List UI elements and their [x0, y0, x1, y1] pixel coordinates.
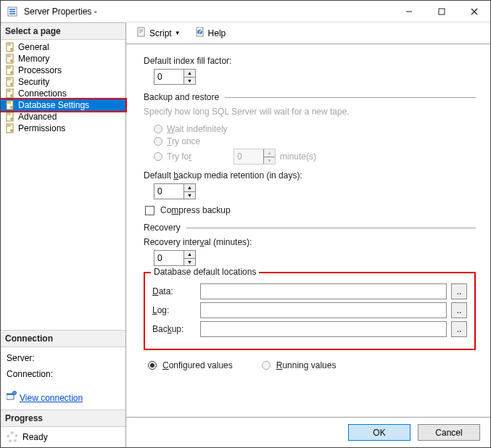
- try-once-label: Try once: [167, 136, 200, 146]
- log-location-input[interactable]: [200, 302, 447, 318]
- dialog-footer: OK Cancel: [126, 417, 490, 447]
- maximize-button[interactable]: [425, 1, 458, 22]
- fill-factor-label: Default index fill factor:: [144, 56, 476, 66]
- progress-status: Ready: [22, 432, 48, 442]
- default-locations-group: Database default locations Data: .. Log:…: [144, 272, 476, 350]
- nav-item-memory[interactable]: Memory: [1, 53, 125, 65]
- fill-factor-input[interactable]: ▲▼: [154, 69, 196, 85]
- try-for-radio: [154, 152, 162, 161]
- running-values-radio[interactable]: [262, 361, 271, 370]
- wait-indefinitely-label: Wait indefinitely: [167, 124, 228, 134]
- compress-backup-checkbox[interactable]: [145, 206, 154, 215]
- svg-rect-15: [7, 67, 11, 69]
- page-icon: [5, 100, 15, 110]
- svg-point-13: [10, 59, 13, 62]
- backup-restore-header: Backup and restore: [144, 92, 219, 102]
- nav-item-processors[interactable]: Processors: [1, 65, 125, 76]
- recovery-interval-input[interactable]: ▲▼: [154, 250, 196, 266]
- data-browse-button[interactable]: ..: [451, 283, 467, 299]
- recovery-header: Recovery: [144, 223, 181, 233]
- svg-rect-1: [9, 9, 15, 10]
- left-panel: Select a page GeneralMemoryProcessorsSec…: [1, 22, 126, 447]
- log-browse-button[interactable]: ..: [451, 302, 467, 318]
- page-icon: [5, 112, 15, 122]
- ok-button[interactable]: OK: [348, 424, 410, 441]
- toolbar: Script ▼ ? Help: [126, 22, 490, 44]
- progress-spinner-icon: [7, 431, 18, 443]
- svg-point-19: [10, 83, 13, 86]
- properties-icon: [7, 390, 17, 407]
- cancel-button[interactable]: Cancel: [418, 424, 480, 441]
- try-for-input: ▲▼: [234, 149, 276, 165]
- connection-label: Connection:: [7, 366, 120, 383]
- page-icon: [5, 77, 15, 87]
- default-locations-header: Database default locations: [151, 267, 259, 277]
- svg-rect-27: [7, 113, 11, 115]
- svg-point-34: [13, 391, 17, 395]
- tape-wait-note: Specify how long SQL Server will wait fo…: [144, 107, 476, 117]
- content-area: Default index fill factor: ▲▼ Backup and…: [126, 44, 490, 417]
- view-connection-link[interactable]: View connection: [7, 390, 83, 407]
- minutes-label: minute(s): [280, 152, 316, 162]
- minimize-button[interactable]: [392, 1, 425, 22]
- connection-header: Connection: [1, 330, 125, 347]
- page-icon: [5, 65, 15, 75]
- nav-item-security[interactable]: Security: [1, 76, 125, 88]
- close-button[interactable]: [458, 1, 490, 22]
- script-button[interactable]: Script ▼: [133, 25, 183, 41]
- svg-rect-35: [138, 28, 144, 36]
- svg-rect-18: [7, 78, 11, 80]
- svg-point-31: [10, 129, 13, 132]
- page-icon: [5, 88, 15, 99]
- backup-location-input[interactable]: [200, 321, 447, 337]
- svg-text:?: ?: [197, 27, 202, 36]
- svg-rect-12: [7, 55, 11, 57]
- nav-item-permissions[interactable]: Permissions: [1, 123, 125, 134]
- svg-point-28: [10, 117, 13, 120]
- script-icon: [136, 27, 147, 39]
- running-values-label: Running values: [276, 360, 337, 370]
- svg-rect-24: [7, 101, 11, 104]
- svg-rect-9: [7, 43, 11, 46]
- data-location-input[interactable]: [200, 283, 447, 299]
- svg-point-16: [10, 71, 13, 74]
- retention-input[interactable]: ▲▼: [154, 183, 196, 199]
- try-for-label: Try for: [167, 152, 229, 162]
- recovery-interval-label: Recovery interval (minutes):: [144, 237, 476, 247]
- progress-header: Progress: [1, 410, 125, 427]
- retention-label: Default backup media retention (in days)…: [144, 170, 476, 181]
- wait-indefinitely-radio: [154, 125, 162, 133]
- svg-rect-5: [439, 9, 445, 14]
- nav-item-connections[interactable]: Connections: [1, 88, 125, 99]
- help-button[interactable]: ? Help: [192, 25, 229, 41]
- configured-values-label: Configured values: [162, 360, 233, 370]
- page-icon: [5, 54, 15, 64]
- try-once-radio: [154, 137, 162, 146]
- data-location-label: Data:: [152, 286, 196, 296]
- backup-location-label: Backup:: [152, 324, 196, 334]
- compress-backup-label: Compress backup: [160, 205, 231, 215]
- titlebar: Server Properties -: [1, 1, 490, 22]
- dropdown-icon: ▼: [175, 30, 181, 36]
- page-icon: [5, 42, 15, 52]
- page-icon: [5, 123, 15, 133]
- select-page-header: Select a page: [1, 22, 125, 40]
- configured-values-radio[interactable]: [148, 361, 157, 370]
- server-label: Server:: [7, 350, 120, 367]
- backup-browse-button[interactable]: ..: [451, 321, 467, 337]
- log-location-label: Log:: [152, 305, 196, 315]
- page-nav: GeneralMemoryProcessorsSecurityConnectio…: [1, 40, 125, 136]
- svg-point-22: [10, 94, 13, 97]
- nav-item-advanced[interactable]: Advanced: [1, 111, 125, 123]
- svg-point-10: [10, 48, 13, 51]
- nav-item-database-settings[interactable]: Database Settings: [1, 99, 125, 111]
- window-title: Server Properties -: [22, 7, 392, 17]
- app-icon: [7, 6, 18, 17]
- svg-rect-21: [7, 90, 11, 92]
- svg-point-25: [10, 106, 13, 109]
- svg-rect-30: [7, 125, 11, 127]
- server-properties-window: Server Properties - Select a page Genera…: [0, 0, 491, 448]
- svg-rect-2: [9, 11, 15, 12]
- svg-rect-3: [9, 13, 15, 14]
- nav-item-general[interactable]: General: [1, 41, 125, 53]
